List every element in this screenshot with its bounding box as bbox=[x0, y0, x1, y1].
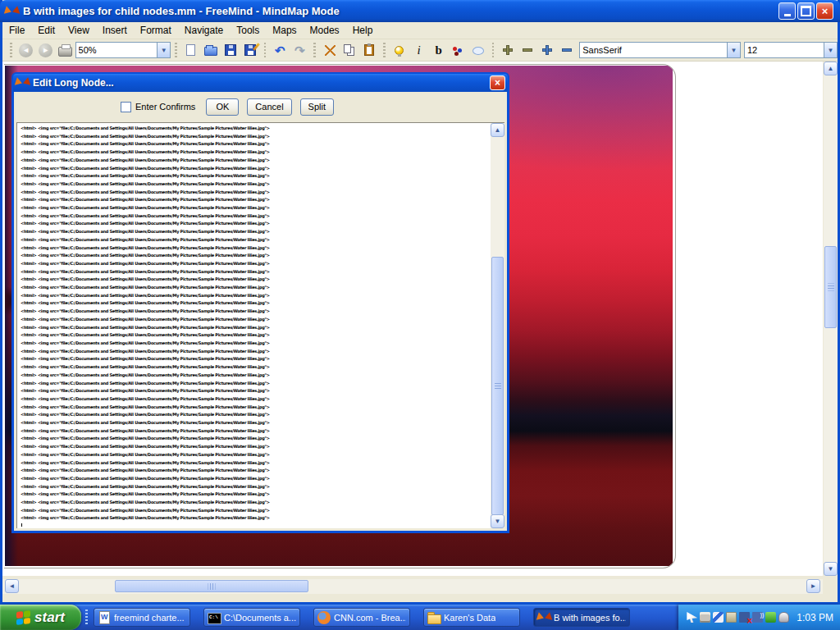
undo-button[interactable]: ↶ bbox=[270, 41, 290, 59]
font-family-combobox[interactable]: SansSerif ▼ bbox=[579, 42, 741, 58]
paste-icon bbox=[364, 44, 374, 56]
chevron-down-icon[interactable]: ▼ bbox=[824, 43, 837, 57]
editor-line: <html> <img src="file:/C:/Documents and … bbox=[21, 236, 490, 244]
scroll-up-icon[interactable]: ▲ bbox=[824, 62, 838, 75]
scroll-down-icon[interactable]: ▼ bbox=[824, 562, 838, 576]
editor-lines[interactable]: <html> <img src="file:/C:/Documents and … bbox=[21, 125, 490, 527]
print-button[interactable] bbox=[56, 41, 75, 59]
node-text-editor[interactable]: <html> <img src="file:/C:/Documents and … bbox=[16, 122, 504, 528]
save-as-button[interactable] bbox=[240, 41, 260, 59]
font-size-combobox[interactable]: 12 ▼ bbox=[744, 42, 838, 58]
editor-line: <html> <img src="file:/C:/Documents and … bbox=[21, 443, 490, 451]
molecule-button[interactable] bbox=[449, 41, 468, 59]
tray-update-icon[interactable] bbox=[765, 612, 776, 623]
tray-wireless-icon[interactable] bbox=[752, 612, 763, 623]
redo-button[interactable]: ↷ bbox=[290, 41, 309, 59]
editor-scroll-thumb[interactable] bbox=[491, 257, 504, 515]
map-horizontal-scrollbar[interactable]: ◄ ► bbox=[2, 579, 823, 594]
new-map-button[interactable] bbox=[181, 41, 201, 59]
horizontal-scroll-thumb[interactable] bbox=[115, 580, 308, 592]
menu-tools[interactable]: Tools bbox=[230, 23, 266, 38]
tray-pointer-icon[interactable] bbox=[687, 612, 697, 623]
tray-printer-icon[interactable] bbox=[700, 612, 710, 623]
toolbar-grip[interactable] bbox=[383, 43, 386, 57]
editor-line: <html> <img src="file:/C:/Documents and … bbox=[21, 125, 490, 133]
maximize-button[interactable] bbox=[797, 2, 815, 20]
scroll-up-icon[interactable]: ▲ bbox=[491, 123, 504, 137]
folder-icon bbox=[427, 611, 441, 624]
forward-button[interactable]: ► bbox=[36, 41, 56, 59]
editor-vertical-scrollbar[interactable]: ▲ ▼ bbox=[491, 123, 504, 528]
taskbar-button[interactable]: B with images fo... bbox=[533, 608, 630, 627]
zoom-combobox[interactable]: 50% ▼ bbox=[75, 42, 171, 58]
freemind-butterfly-icon bbox=[537, 611, 550, 624]
taskbar-button-label: freemind charte... bbox=[114, 613, 185, 623]
edit-long-node-dialog: Edit Long Node... × Enter Confirms OK Ca… bbox=[11, 72, 509, 533]
chevron-down-icon[interactable]: ▼ bbox=[157, 43, 170, 57]
chevron-down-icon[interactable]: ▼ bbox=[727, 43, 740, 57]
editor-line: <html> <img src="file:/C:/Documents and … bbox=[21, 331, 490, 340]
enter-confirms-checkbox[interactable] bbox=[121, 102, 131, 112]
taskbar-button[interactable]: freemind charte... bbox=[94, 608, 190, 627]
editor-line: <html> <img src="file:/C:/Documents and … bbox=[21, 372, 490, 380]
italic-button[interactable]: i bbox=[409, 41, 429, 59]
scroll-down-icon[interactable]: ▼ bbox=[491, 514, 504, 528]
tray-network-error-icon[interactable] bbox=[739, 612, 750, 623]
menu-help[interactable]: Help bbox=[346, 23, 380, 38]
menu-navigate[interactable]: Navigate bbox=[178, 23, 230, 38]
zoom-value: 50% bbox=[79, 45, 158, 55]
editor-line: <html> <img src="file:/C:/Documents and … bbox=[21, 459, 490, 468]
editor-line: <html> <img src="file:/C:/Documents and … bbox=[21, 268, 490, 276]
increase-font-button[interactable] bbox=[537, 41, 557, 59]
menu-format[interactable]: Format bbox=[134, 23, 178, 38]
open-map-button[interactable] bbox=[201, 41, 221, 59]
cloud-button[interactable] bbox=[468, 41, 488, 59]
dialog-close-button[interactable]: × bbox=[490, 75, 505, 90]
menu-file[interactable]: File bbox=[2, 23, 31, 38]
close-button[interactable]: × bbox=[816, 2, 833, 20]
cut-button[interactable] bbox=[320, 41, 340, 59]
toolbar-grip[interactable] bbox=[264, 43, 267, 57]
hint-button[interactable] bbox=[390, 41, 409, 59]
save-button[interactable] bbox=[221, 41, 240, 59]
word-document-icon bbox=[98, 611, 111, 624]
scroll-right-icon[interactable]: ► bbox=[806, 579, 820, 593]
tray-card-icon[interactable] bbox=[726, 612, 737, 623]
editor-line: <html> <img src="file:/C:/Documents and … bbox=[21, 133, 490, 141]
toolbar-grip[interactable] bbox=[492, 43, 495, 57]
cancel-button[interactable]: Cancel bbox=[247, 98, 291, 116]
start-button[interactable]: start bbox=[0, 605, 81, 630]
vertical-scroll-thumb[interactable] bbox=[824, 246, 837, 328]
editor-line: <html> <img src="file:/C:/Documents and … bbox=[21, 212, 490, 221]
minimize-button[interactable] bbox=[778, 2, 796, 20]
menu-view[interactable]: View bbox=[62, 23, 96, 38]
taskbar-button[interactable]: Karen's Data bbox=[423, 608, 520, 627]
dialog-titlebar[interactable]: Edit Long Node... × bbox=[13, 74, 508, 92]
map-vertical-scrollbar[interactable]: ▲ ▼ bbox=[824, 62, 838, 576]
menu-modes[interactable]: Modes bbox=[304, 23, 346, 38]
undo-icon: ↶ bbox=[275, 44, 285, 57]
toolbar-grip[interactable] bbox=[10, 43, 12, 57]
taskbar-button[interactable]: C:\Documents a... bbox=[203, 608, 300, 627]
copy-button[interactable] bbox=[340, 41, 359, 59]
zoom-in-node-button[interactable] bbox=[498, 41, 518, 59]
menu-maps[interactable]: Maps bbox=[266, 23, 303, 38]
tray-pen-icon[interactable] bbox=[713, 612, 724, 623]
menu-insert[interactable]: Insert bbox=[96, 23, 134, 38]
decrease-font-button[interactable] bbox=[557, 41, 577, 59]
quick-launch-grip[interactable] bbox=[85, 609, 88, 626]
toolbar-grip[interactable] bbox=[175, 43, 177, 57]
zoom-out-node-button[interactable] bbox=[518, 41, 537, 59]
split-button[interactable]: Split bbox=[300, 98, 334, 116]
menu-edit[interactable]: Edit bbox=[31, 23, 62, 38]
scroll-left-icon[interactable]: ◄ bbox=[5, 579, 19, 593]
toolbar-grip[interactable] bbox=[313, 43, 316, 57]
window-titlebar[interactable]: B with images for child nodes.mm - FreeM… bbox=[0, 0, 840, 22]
editor-line: <html> <img src="file:/C:/Documents and … bbox=[21, 419, 490, 427]
taskbar-button[interactable]: CNN.com - Brea... bbox=[313, 608, 410, 627]
back-button[interactable]: ◄ bbox=[16, 41, 36, 59]
ok-button[interactable]: OK bbox=[206, 98, 239, 116]
tray-mouse-icon[interactable] bbox=[778, 612, 789, 623]
bold-button[interactable]: b bbox=[429, 41, 449, 59]
paste-button[interactable] bbox=[359, 41, 379, 59]
